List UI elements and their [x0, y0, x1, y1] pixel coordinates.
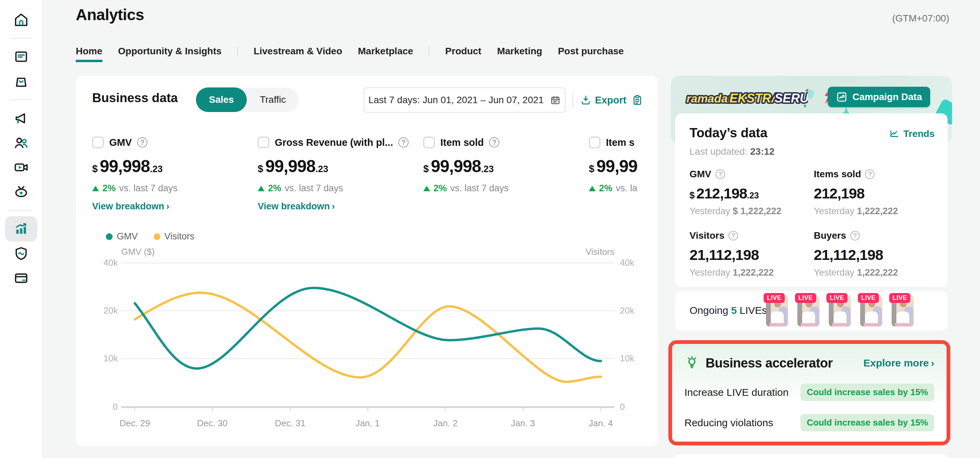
value-int: 99,998 [265, 156, 315, 176]
breakdown-label: View breakdown [92, 201, 164, 212]
legend-visitors[interactable]: Visitors [154, 231, 194, 242]
analytics-tabs: Home Opportunity & Insights Livestream &… [76, 46, 624, 61]
metric-card-gross-revenue: Gross Revenue (with pl... ? $ 99,998 .23… [258, 137, 418, 212]
sidebar-item-documents[interactable] [0, 45, 42, 69]
help-icon[interactable]: ? [137, 137, 148, 148]
tab-livestream-video[interactable]: Livestream & Video [254, 46, 342, 61]
toggle-sales[interactable]: Sales [196, 88, 247, 112]
line-chart[interactable] [121, 260, 614, 413]
live-tv-icon [13, 184, 29, 200]
x-tick: Dec. 31 [261, 418, 319, 429]
x-tick: Dec. 29 [106, 418, 164, 429]
sidebar-item-video[interactable] [0, 155, 42, 180]
sidebar-item-home[interactable] [0, 8, 42, 32]
export-label: Export [595, 94, 626, 106]
last-updated: Last updated: 23:12 [689, 146, 775, 157]
tab-marketplace[interactable]: Marketplace [358, 46, 413, 61]
ongoing-lives-card: Ongoing 5 LIVEs LIVE LIVE LIVE LIVE LIVE [675, 291, 948, 330]
metric-change: 2% vs. last 7 days [423, 183, 584, 194]
help-icon[interactable]: ? [716, 169, 725, 179]
tab-home[interactable]: Home [76, 46, 102, 61]
live-thumbnail[interactable]: LIVE [860, 295, 882, 327]
svg-text:ramadan: ramadan [686, 92, 735, 105]
value-int: 99,998 [431, 156, 481, 176]
tab-post-purchase[interactable]: Post purchase [558, 46, 624, 61]
currency-sign: $ [589, 163, 594, 174]
chevron-right-icon: › [166, 201, 169, 212]
accelerator-item-label: Reducing violations [684, 417, 773, 429]
live-badge: LIVE [764, 293, 785, 303]
x-tick: Jan. 3 [494, 418, 552, 429]
help-icon[interactable]: ? [865, 169, 875, 179]
home-icon [13, 12, 29, 28]
help-icon[interactable]: ? [850, 231, 860, 241]
metric-change: 2% vs. last 7 days [258, 183, 418, 194]
toggle-traffic[interactable]: Traffic [247, 88, 299, 112]
stat-label: Buyers [814, 230, 846, 241]
gross-revenue-checkbox[interactable] [258, 137, 269, 148]
view-breakdown-link[interactable]: View breakdown › [258, 201, 418, 212]
trends-link[interactable]: Trends [889, 128, 935, 139]
item-checkbox[interactable] [589, 137, 600, 148]
svg-text:SERU: SERU [775, 91, 808, 105]
view-breakdown-link[interactable]: View breakdown › [92, 201, 253, 212]
accelerator-item[interactable]: Reducing violations Could increase sales… [684, 414, 934, 431]
trends-icon [889, 128, 900, 139]
business-accelerator-highlight: Business accelerator Explore more › Incr… [668, 340, 950, 445]
currency-sign: $ [92, 163, 98, 174]
stat-gmv: GMV ? $ 212,198 .23 Yesterday $ 1,222,22… [689, 169, 812, 217]
explore-more-link[interactable]: Explore more › [863, 357, 934, 369]
todays-data-title: Today’s data [689, 126, 767, 140]
users-icon [13, 135, 29, 151]
active-highlight [5, 216, 37, 241]
legend-gmv[interactable]: GMV [106, 231, 138, 242]
date-range-picker[interactable]: Last 7 days: Jun 01, 2021 – Jun 07, 2021 [364, 88, 566, 113]
live-badge: LIVE [826, 293, 848, 303]
live-thumbnail[interactable]: LIVE [797, 295, 819, 327]
campaign-data-button[interactable]: Campaign Data [828, 87, 930, 107]
trends-label: Trends [903, 128, 935, 139]
live-thumbnail[interactable]: LIVE [892, 295, 914, 327]
analytics-chart-icon [13, 221, 29, 237]
bank-card-icon [13, 270, 29, 286]
sidebar-item-finance[interactable] [0, 266, 42, 290]
metric-card-item-sold: Item sold ? $ 99,998 .23 2% vs. last 7 d… [423, 137, 584, 194]
date-range-label: Last 7 days: Jun 01, 2021 – Jun 07, 2021 [368, 94, 544, 105]
stat-value: $ 212,198 .23 [689, 185, 812, 202]
export-button[interactable]: Export [580, 94, 626, 106]
sidebar-item-live[interactable] [0, 180, 42, 204]
tab-opportunity-insights[interactable]: Opportunity & Insights [118, 46, 221, 61]
page-title: Analytics [76, 5, 144, 24]
x-tick: Jan. 1 [339, 418, 397, 429]
breakdown-label: View breakdown [258, 201, 330, 212]
stat-value: 21,112,198 [689, 247, 812, 263]
sidebar-item-analytics[interactable] [0, 217, 42, 241]
x-tick: Dec. 30 [183, 418, 241, 429]
y-axis-right-title: Visitors [564, 247, 614, 257]
gmv-checkbox[interactable] [92, 137, 104, 148]
y-tick-right: 20k [620, 305, 649, 316]
value-dec: .23 [315, 164, 328, 174]
sidebar-item-affiliate[interactable] [0, 131, 42, 155]
next-card-peek [675, 454, 948, 458]
live-thumbnail[interactable]: LIVE [766, 295, 788, 327]
help-icon[interactable]: ? [729, 231, 738, 241]
help-icon[interactable]: ? [398, 137, 409, 148]
value-dec: .23 [747, 191, 759, 201]
stat-value: 21,112,198 [814, 247, 937, 263]
item-sold-checkbox[interactable] [423, 137, 435, 148]
sidebar-divider [10, 38, 32, 38]
sidebar-item-orders[interactable] [0, 69, 42, 94]
value-int: 99,99 [596, 156, 637, 176]
sidebar-item-compliance[interactable] [0, 241, 42, 266]
accelerator-item[interactable]: Increase LIVE duration Could increase sa… [684, 383, 934, 401]
clipboard-icon[interactable] [631, 94, 643, 106]
help-icon[interactable]: ? [489, 137, 500, 148]
metric-label: GMV [109, 137, 132, 148]
value-dec: .23 [481, 164, 494, 174]
sidebar-item-marketing[interactable] [0, 106, 42, 131]
bulb-icon [684, 356, 699, 370]
tab-marketing[interactable]: Marketing [497, 46, 542, 61]
live-thumbnail[interactable]: LIVE [829, 295, 851, 327]
tab-product[interactable]: Product [445, 46, 481, 61]
